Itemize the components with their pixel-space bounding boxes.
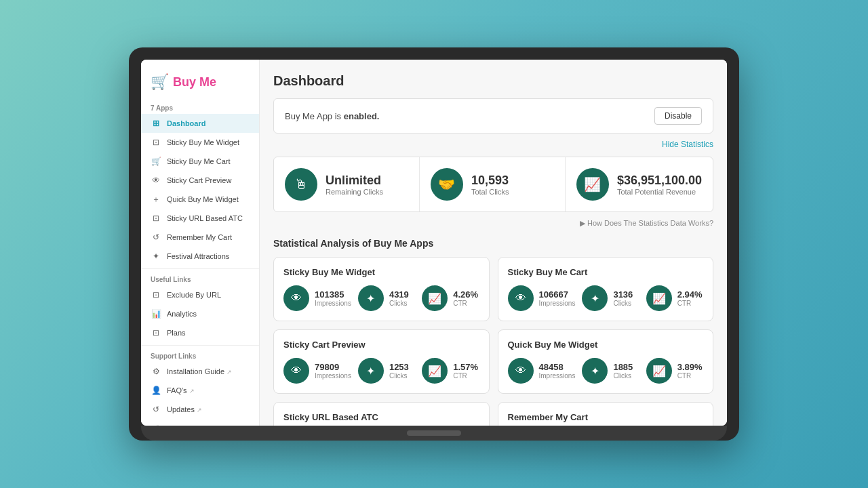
sidebar-item-analytics[interactable]: 📊 Analytics <box>141 304 259 323</box>
ctr-widget-text: 4.26% CTR <box>453 289 478 307</box>
sticky-widget-icon: ⊡ <box>151 137 161 148</box>
sidebar-item-faq[interactable]: 👤 FAQ's ↗ <box>141 381 259 400</box>
card-title-quick-buy: Quick Buy Me Widget <box>508 340 704 350</box>
stat-text-clicks: Unlimited Remaining Clicks <box>326 174 383 196</box>
stat-item-revenue: 📈 $36,951,100.00 Total Potential Revenue <box>566 157 713 211</box>
clicks-preview-label: Clicks <box>389 372 409 380</box>
card-stats-sticky-widget: 👁 101385 Impressions ✦ 4319 Clicks <box>283 285 479 311</box>
sidebar-item-label: Sticky Buy Me Cart <box>167 157 231 165</box>
stats-row: 🖱 Unlimited Remaining Clicks 🤝 10,593 To… <box>273 157 713 212</box>
stat-label-revenue: Total Potential Revenue <box>617 188 702 196</box>
impressions-preview-label: Impressions <box>315 372 351 380</box>
impressions-widget-value: 101385 <box>315 289 351 300</box>
clicks-preview-icon: ✦ <box>358 358 384 384</box>
stat-impressions-quick: 👁 48458 Impressions <box>508 358 576 384</box>
stat-ctr-quick: 📈 3.89% CTR <box>646 358 703 384</box>
stat-ctr-cart: 📈 2.94% CTR <box>646 285 703 311</box>
clicks-quick-text: 1885 Clicks <box>613 362 633 380</box>
festival-icon: ✦ <box>151 251 161 262</box>
sidebar-item-label: Analytics <box>167 310 197 318</box>
sidebar-item-sticky-widget[interactable]: ⊡ Sticky Buy Me Widget <box>141 133 259 152</box>
stat-value-revenue: $36,951,100.00 <box>617 174 702 188</box>
clicks-cart-icon: ✦ <box>582 285 608 311</box>
clicks-cart-text: 3136 Clicks <box>613 289 633 307</box>
stat-item-total: 🤝 10,593 Total Clicks <box>420 157 566 211</box>
sidebar-item-label: FAQ's ↗ <box>167 386 195 394</box>
sidebar-item-support-center[interactable]: ↺ Support Center ↗ <box>141 419 259 426</box>
main-content: Dashboard Buy Me App is enabled. Disable… <box>260 60 727 426</box>
divider-2 <box>141 345 259 346</box>
stat-value-total: 10,593 <box>471 174 509 188</box>
updates-icon: ↺ <box>151 404 161 415</box>
sidebar-item-label: Dashboard <box>167 119 205 127</box>
logo-text: Buy Me <box>173 75 216 89</box>
sidebar-item-label: Sticky Cart Preview <box>167 176 231 184</box>
section-apps-label: 7 Apps <box>141 100 259 114</box>
stat-icon-clicks: 🖱 <box>285 168 317 201</box>
sidebar-item-exclude-url[interactable]: ⊡ Exclude By URL <box>141 285 259 304</box>
stat-clicks-cart: ✦ 3136 Clicks <box>582 285 639 311</box>
sidebar-item-label: Sticky Buy Me Widget <box>167 138 239 146</box>
impressions-cart-icon: 👁 <box>508 285 534 311</box>
app-card-quick-buy: Quick Buy Me Widget 👁 48458 Impressions … <box>498 329 714 394</box>
clicks-quick-value: 1885 <box>613 362 633 372</box>
stat-label-clicks: Remaining Clicks <box>326 188 383 196</box>
ctr-cart-icon: 📈 <box>646 285 672 311</box>
laptop-notch <box>407 430 461 436</box>
clicks-preview-value: 1253 <box>389 362 409 372</box>
sidebar-item-updates[interactable]: ↺ Updates ↗ <box>141 400 259 419</box>
sidebar-item-label: Plans <box>167 329 186 337</box>
section-support-label: Support Links <box>141 348 259 362</box>
impressions-widget-icon: 👁 <box>283 285 309 311</box>
sidebar-item-dashboard[interactable]: ⊞ Dashboard <box>141 114 259 133</box>
impressions-cart-value: 106667 <box>539 289 576 300</box>
sidebar-item-sticky-url[interactable]: ⊡ Sticky URL Based ATC <box>141 209 259 228</box>
quick-buy-icon: ＋ <box>151 194 161 205</box>
sidebar-item-installation[interactable]: ⚙ Installation Guide ↗ <box>141 362 259 381</box>
sidebar-item-label: Festival Attractions <box>167 252 229 260</box>
disable-button[interactable]: Disable <box>654 107 702 125</box>
installation-icon: ⚙ <box>151 366 161 377</box>
how-works-text[interactable]: ▶ How Does The Statistics Data Works? <box>580 219 713 227</box>
app-card-cart-preview: Sticky Cart Preview 👁 79809 Impressions … <box>273 329 490 394</box>
clicks-widget-text: 4319 Clicks <box>389 289 409 307</box>
card-stats-cart-preview: 👁 79809 Impressions ✦ 1253 Clicks <box>283 358 479 384</box>
card-stats-quick-buy: 👁 48458 Impressions ✦ 1885 Clicks <box>508 358 704 384</box>
clicks-cart-value: 3136 <box>613 289 633 300</box>
sidebar-item-remember-cart[interactable]: ↺ Remember My Cart <box>141 228 259 247</box>
partial-card-title-remember-cart: Remember My Cart <box>508 412 704 422</box>
sidebar-item-cart-preview[interactable]: 👁 Sticky Cart Preview <box>141 171 259 190</box>
status-bar: Buy Me App is enabled. Disable <box>273 98 713 134</box>
ctr-widget-icon: 📈 <box>422 285 448 311</box>
app-card-sticky-cart: Sticky Buy Me Cart 👁 106667 Impressions … <box>498 257 714 321</box>
clicks-widget-value: 4319 <box>389 289 409 300</box>
app-card-sticky-widget: Sticky Buy Me Widget 👁 101385 Impression… <box>273 257 490 321</box>
clicks-preview-text: 1253 Clicks <box>389 362 409 380</box>
ctr-quick-label: CTR <box>677 372 703 380</box>
app-cards-grid: Sticky Buy Me Widget 👁 101385 Impression… <box>273 257 713 394</box>
impressions-quick-text: 48458 Impressions <box>539 362 576 380</box>
stat-impressions-cart: 👁 106667 Impressions <box>508 285 576 311</box>
sidebar-item-quick-buy[interactable]: ＋ Quick Buy Me Widget <box>141 190 259 209</box>
clicks-widget-label: Clicks <box>389 300 409 307</box>
ctr-widget-value: 4.26% <box>453 289 478 300</box>
sidebar-item-sticky-cart[interactable]: 🛒 Sticky Buy Me Cart <box>141 152 259 171</box>
stat-clicks-quick: ✦ 1885 Clicks <box>582 358 639 384</box>
plans-icon: ⊡ <box>151 327 161 338</box>
ctr-quick-value: 3.89% <box>677 362 703 372</box>
impressions-widget-text: 101385 Impressions <box>315 289 351 307</box>
laptop-container: 🛒 Buy Me 7 Apps ⊞ Dashboard ⊡ Sticky Buy… <box>129 47 739 441</box>
stat-item-clicks: 🖱 Unlimited Remaining Clicks <box>274 157 420 211</box>
sidebar-item-festival[interactable]: ✦ Festival Attractions <box>141 247 259 266</box>
impressions-quick-value: 48458 <box>539 362 576 372</box>
page-title: Dashboard <box>273 73 713 89</box>
faq-icon: 👤 <box>151 385 161 396</box>
hide-stats-link[interactable]: Hide Statistics <box>662 140 713 149</box>
logo-icon: 🛒 <box>151 73 169 91</box>
ctr-quick-text: 3.89% CTR <box>677 362 703 380</box>
impressions-cart-text: 106667 Impressions <box>539 289 576 307</box>
sidebar-item-plans[interactable]: ⊡ Plans <box>141 323 259 342</box>
sidebar: 🛒 Buy Me 7 Apps ⊞ Dashboard ⊡ Sticky Buy… <box>141 60 260 426</box>
sidebar-item-label: Updates ↗ <box>167 405 202 413</box>
sidebar-item-label: Support Center ↗ <box>167 424 225 426</box>
